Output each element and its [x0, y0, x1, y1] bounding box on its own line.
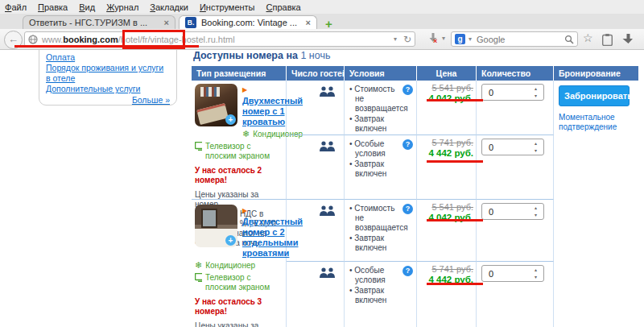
condition-breakfast: Завтрак включен	[349, 114, 402, 134]
amenity-flatscreen-tv: Телевизор с плоским экраном	[195, 273, 283, 292]
spinner-up-icon[interactable]: ▴	[535, 140, 537, 147]
room-photo[interactable]: +	[195, 205, 237, 247]
url-subdomain: www.	[42, 35, 63, 44]
quantity-select[interactable]: 0 ▴▾	[481, 139, 544, 155]
snowflake-icon: ❄	[195, 261, 202, 270]
quantity-select[interactable]: 0 ▴▾	[481, 203, 544, 220]
quantity-cell: 0 ▴▾	[477, 262, 554, 327]
help-icon[interactable]: ?	[402, 139, 413, 150]
photo-zoom-icon[interactable]: +	[225, 114, 236, 125]
menu-history[interactable]: Журнал	[106, 2, 138, 12]
booking-favicon-icon: B.	[185, 17, 196, 28]
rooms-table: Тип размещения Число гостей▼ Условия Цен…	[192, 66, 639, 327]
amenity-label: Кондиционер	[205, 261, 255, 271]
annotation-price-underline	[427, 283, 483, 285]
menu-edit[interactable]: Правка	[38, 2, 68, 12]
download-dropdown-icon[interactable]: ▾	[442, 35, 445, 42]
book-now-button[interactable]: Забронировать	[559, 85, 630, 106]
quantity-value: 0	[489, 88, 493, 97]
guests-cell	[287, 200, 345, 262]
search-icon[interactable]	[564, 35, 574, 44]
room-photo-detail	[200, 87, 220, 97]
page-title-nights: 1 ночь	[300, 50, 330, 61]
condition-nonrefundable: Стоимость не возвращается	[349, 85, 402, 114]
search-input[interactable]	[475, 34, 561, 45]
two-guests-icon	[319, 205, 336, 216]
quantity-select[interactable]: 0 ▴▾	[481, 84, 544, 101]
amenity-flatscreen-tv: Телевизор с плоским экраном	[195, 142, 283, 161]
two-guests-icon	[319, 141, 336, 151]
guests-cell	[287, 262, 345, 327]
spinner-up-icon[interactable]: ▴	[535, 85, 537, 93]
amenity-label: Телевизор с плоским экраном	[205, 142, 283, 161]
sidebar-link-more[interactable]: Больше »	[132, 95, 170, 105]
price-cell: 5 541 руб. 4 042 руб.	[417, 200, 477, 262]
sidebar-link-house-rules[interactable]: Порядок проживания и услуги в отеле	[46, 63, 170, 84]
spinner-down-icon[interactable]: ▾	[535, 212, 537, 219]
downloads-icon[interactable]	[621, 34, 634, 45]
annotation-price-underline	[427, 219, 483, 221]
download-status-button[interactable]: × ▾	[427, 31, 445, 44]
quantity-cell: 0 ▴▾	[477, 81, 554, 135]
help-icon[interactable]: ?	[402, 266, 413, 276]
sidebar-link-extra-services[interactable]: Дополнительные услуги	[46, 84, 170, 94]
sidebar-link-payment[interactable]: Оплата	[46, 52, 170, 63]
globe-icon	[28, 35, 38, 44]
old-price: 5 741 руб.	[417, 264, 473, 275]
close-tab-icon[interactable]: ×	[164, 18, 169, 27]
spinner-up-icon[interactable]: ▴	[535, 267, 537, 274]
reload-icon[interactable]: ↻	[403, 34, 411, 45]
room-cell-double-2-beds: + ▶ Двухместный номер с 2 отдельными кро…	[192, 200, 287, 327]
tab-ngs-turizm[interactable]: Ответить - НГС.ТУРИЗМ в ... ×	[23, 15, 175, 29]
discounted-price: 4 442 руб.	[417, 148, 473, 159]
quantity-cell: 0 ▴▾	[477, 200, 554, 262]
menu-bookmarks[interactable]: Закладки	[150, 2, 188, 12]
spinner-down-icon[interactable]: ▾	[535, 93, 537, 100]
quantity-cell: 0 ▴▾	[477, 135, 554, 200]
browser-window: Оплата Порядок проживания и услуги в оте…	[0, 0, 644, 327]
annotation-price-underline	[427, 99, 483, 101]
url-dropdown-icon[interactable]: ▾	[394, 35, 397, 43]
close-tab-icon[interactable]: ×	[306, 18, 311, 27]
quantity-select[interactable]: 0 ▴▾	[481, 265, 544, 282]
google-favicon-icon: g	[455, 34, 465, 44]
bookmarks-menu-icon[interactable]	[602, 34, 613, 46]
menu-help[interactable]: Справка	[266, 2, 301, 12]
amenity-air-conditioning: ❄ Кондиционер	[195, 261, 283, 271]
column-header-booking: Бронирование	[554, 66, 639, 81]
help-icon[interactable]: ?	[402, 85, 413, 95]
spinner-up-icon[interactable]: ▴	[535, 205, 537, 212]
search-bar[interactable]: g ▾	[451, 31, 578, 47]
condition-special: Особые условия	[349, 139, 402, 159]
price-cell: 5 741 руб. 4 442 руб.	[417, 135, 477, 200]
tab-title: Ответить - НГС.ТУРИЗМ в ...	[29, 18, 147, 27]
price-cell: 5 741 руб. 4 442 руб.	[417, 262, 477, 327]
room-photo-detail	[196, 103, 229, 125]
scarcity-warning: У нас осталось 3 номера!	[195, 297, 283, 317]
menu-view[interactable]: Вид	[79, 2, 95, 12]
discounted-price: 4 042 руб.	[417, 213, 473, 223]
help-icon[interactable]: ?	[402, 204, 413, 214]
spinner-down-icon[interactable]: ▾	[535, 147, 537, 155]
column-header-quantity: Количество	[477, 66, 554, 81]
column-header-conditions: Условия	[345, 66, 417, 81]
room-photo[interactable]: +	[195, 84, 237, 126]
two-guests-icon	[319, 267, 336, 278]
conditions-cell: Особые условия Завтрак включен ?	[345, 262, 417, 327]
conditions-cell: Стоимость не возвращается Завтрак включе…	[345, 200, 417, 262]
price-note: Цены указаны за номер	[195, 321, 283, 327]
column-header-guests[interactable]: Число гостей▼	[287, 66, 345, 81]
spinner-down-icon[interactable]: ▾	[535, 274, 537, 281]
photo-zoom-icon[interactable]: +	[225, 235, 236, 246]
old-price: 5 541 руб.	[417, 83, 473, 93]
tab-booking[interactable]: B. Booking.com: Vintage ... ×	[179, 15, 317, 29]
menu-tools[interactable]: Инструменты	[200, 2, 255, 12]
search-engine-dropdown-icon[interactable]: ▾	[469, 35, 472, 43]
guests-cell	[287, 81, 345, 135]
column-header-guests-label: Число гостей	[291, 68, 347, 78]
quantity-value: 0	[489, 143, 493, 152]
bookmark-star-icon[interactable]: ☆	[583, 31, 593, 44]
old-price: 5 741 руб.	[417, 138, 473, 148]
menu-file[interactable]: Файл	[5, 2, 27, 12]
column-header-price: Цена	[417, 66, 477, 81]
